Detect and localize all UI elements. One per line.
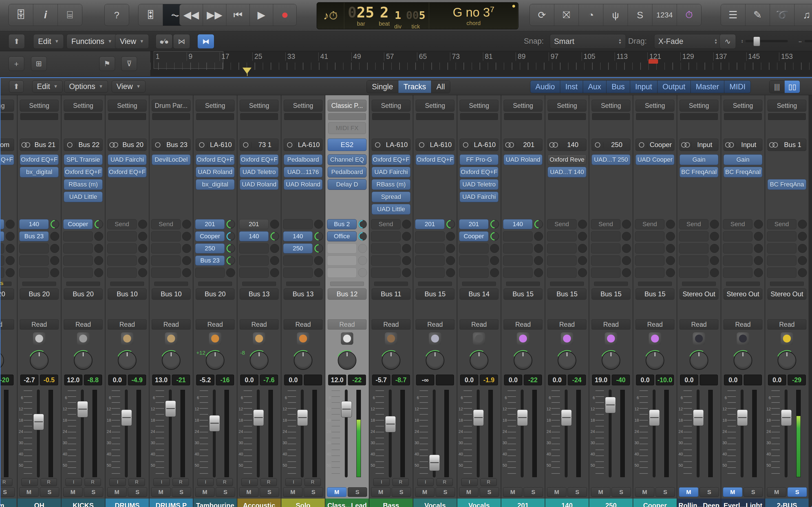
send-slot[interactable]: Send [723,219,763,229]
output-slot[interactable]: Bus 14 [460,288,499,300]
output-slot[interactable]: Bus 15 [548,288,587,300]
input-slot[interactable]: Bus 20 [108,138,147,151]
media-icon[interactable]: ♫ [795,4,812,25]
send-slot[interactable] [635,268,675,278]
send-slot[interactable]: Send [371,219,411,229]
automation-mode-button[interactable]: Read [504,320,543,330]
peak-level-value[interactable] [700,375,718,385]
channel-format-icon[interactable] [108,142,119,148]
send-knob[interactable] [666,268,675,277]
send-knob[interactable] [798,220,807,229]
track-zoom-icon[interactable]: ⊽ [121,56,137,71]
volume-value[interactable]: 12.0 [64,375,82,385]
send-knob[interactable] [446,244,455,253]
peak-level-value[interactable]: -29 [788,375,806,385]
peak-level-value[interactable]: -0.5 [40,375,58,385]
eq-thumbnail[interactable] [1,113,13,120]
send-slot[interactable] [679,231,719,241]
filter-master[interactable]: Master [691,80,725,93]
send-slot[interactable]: 140 [503,219,543,229]
solo-button[interactable]: S [216,487,235,497]
send-knob[interactable] [622,244,631,253]
vertical-zoom-slider[interactable]: ↕ [741,36,790,47]
output-slot[interactable]: Bus 20 [1,288,14,300]
send-slot[interactable]: 250 [195,243,235,253]
send-knob[interactable] [270,268,279,277]
send-knob[interactable] [270,220,279,229]
fader-track[interactable] [697,390,699,477]
send-slot[interactable]: Send [679,219,719,229]
channel-setting-button[interactable]: Setting [592,100,630,112]
send-knob[interactable] [578,268,587,277]
send-slot[interactable] [547,256,587,266]
pan-knob[interactable] [74,351,93,370]
eq-thumbnail[interactable] [592,113,630,120]
insert-slot[interactable]: bx_digital [196,179,235,190]
send-slot[interactable] [327,243,367,253]
track-name[interactable]: Vocals [413,499,457,507]
send-knob[interactable] [182,232,191,241]
send-knob[interactable] [402,220,411,229]
send-knob[interactable] [578,220,587,229]
record-enable-button[interactable]: R [85,478,101,486]
send-knob[interactable] [314,244,323,253]
channel-strip[interactable]: SettingBus 21Oxford EQ+Fbx_digital140Bus… [17,95,61,507]
insert-slot[interactable]: BC FreqAna [767,179,806,190]
fader-track[interactable] [741,390,743,477]
fader-thumb[interactable] [693,409,704,426]
channel-format-icon[interactable] [284,142,296,148]
eq-thumbnail[interactable] [768,113,806,120]
insert-slot[interactable]: Oxford Reve [548,154,587,165]
group-slot[interactable] [154,282,188,286]
solo-button[interactable]: S [788,487,807,497]
channel-strip[interactable]: SettingLA-610PedalboardUAD...1176UAD Rol… [282,95,325,507]
send-slot[interactable] [151,256,191,266]
send-knob[interactable] [358,232,367,241]
fader-track[interactable] [785,390,787,477]
automation-mode-button[interactable]: Read [64,320,103,330]
automation-mode-button[interactable]: Read [152,320,191,330]
channel-setting-button[interactable]: Setting [504,100,543,112]
pan-knob[interactable] [514,351,532,370]
input-slot[interactable]: Input [679,138,718,151]
send-slot[interactable] [1,243,15,253]
send-slot[interactable] [107,243,147,253]
group-slot[interactable] [462,282,496,286]
play-button[interactable]: ▶ [250,4,273,25]
send-slot[interactable] [547,243,587,253]
volume-value[interactable]: 0.0 [680,375,698,385]
send-knob[interactable] [710,256,719,265]
send-slot[interactable]: 201 [459,219,499,229]
send-knob[interactable] [754,232,763,241]
peak-level-value[interactable]: -40 [612,375,630,385]
mute-button[interactable]: M [63,487,83,497]
fader-thumb[interactable] [165,400,176,417]
volume-value[interactable]: 12.0 [328,375,346,385]
record-enable-button[interactable]: R [129,478,145,486]
send-slot[interactable] [503,256,543,266]
input-slot[interactable]: LA-610 [371,138,410,151]
track-name[interactable]: Vocals [457,499,501,507]
group-slot[interactable] [66,282,100,286]
channel-format-icon[interactable] [592,142,603,148]
send-slot[interactable] [371,256,411,266]
input-slot[interactable]: Input [723,138,762,151]
send-slot[interactable] [371,243,411,253]
peak-level-value[interactable]: -1.9 [480,375,498,385]
send-slot[interactable] [151,243,191,253]
fader-thumb[interactable] [561,409,572,426]
solo-button[interactable]: S [84,487,103,497]
filter-aux[interactable]: Aux [583,80,607,93]
send-slot[interactable] [459,243,499,253]
fader-thumb[interactable] [737,409,748,426]
mute-button[interactable]: M [19,487,39,497]
automation-mode-button[interactable]: Read [327,320,366,330]
pan-knob[interactable] [470,351,488,370]
send-slot[interactable] [723,243,763,253]
playhead-marker[interactable] [243,68,252,76]
mixer-options-menu[interactable]: Options▼ [64,80,108,93]
send-knob[interactable] [754,220,763,229]
send-knob[interactable] [314,232,323,241]
send-slot[interactable] [767,231,807,241]
send-knob[interactable] [270,256,279,265]
